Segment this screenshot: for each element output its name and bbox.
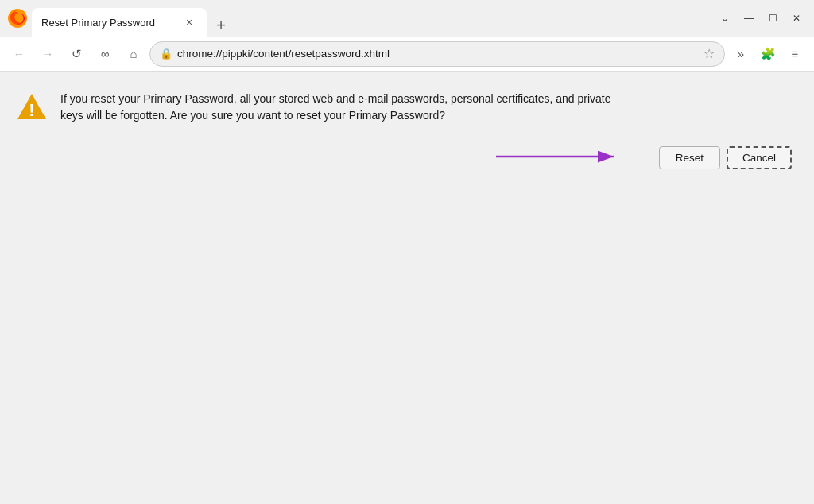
warning-icon: ! (16, 92, 48, 124)
home-button[interactable]: ⌂ (121, 41, 146, 67)
window-controls: ⌄ — ☐ ✕ (714, 7, 808, 29)
svg-text:!: ! (29, 100, 34, 120)
tab-strip: Reset Primary Password × + (32, 0, 714, 37)
menu-button[interactable]: ≡ (782, 41, 808, 67)
reset-button[interactable]: Reset (659, 146, 720, 169)
warning-section: ! If you reset your Primary Password, al… (16, 91, 798, 124)
bookmark-star-icon[interactable]: ☆ (704, 46, 715, 61)
title-bar: Reset Primary Password × + ⌄ — ☐ ✕ (0, 0, 814, 37)
buttons-row: Reset Cancel (16, 146, 798, 169)
page-content: ! If you reset your Primary Password, al… (0, 72, 814, 504)
dropdown-button[interactable]: ⌄ (714, 7, 736, 29)
warning-message: If you reset your Primary Password, all … (60, 91, 617, 124)
address-bar[interactable]: 🔒 ☆ (149, 41, 725, 67)
cancel-button[interactable]: Cancel (727, 146, 792, 169)
toolbar-right: » 🧩 ≡ (728, 41, 808, 67)
forward-button[interactable]: → (35, 41, 60, 67)
tab-title: Reset Primary Password (41, 17, 175, 29)
minimize-button[interactable]: — (738, 7, 760, 29)
arrow-annotation (496, 145, 623, 172)
refresh-button[interactable]: ↺ (64, 41, 89, 67)
address-input[interactable] (177, 48, 699, 60)
back-button[interactable]: ← (6, 41, 32, 67)
page-info-icon: 🔒 (160, 48, 172, 60)
nav-bar: ← → ↺ ∞ ⌂ 🔒 ☆ » 🧩 ≡ (0, 37, 814, 72)
more-tools-button[interactable]: » (728, 41, 754, 67)
active-tab[interactable]: Reset Primary Password × (32, 8, 207, 37)
tab-close-button[interactable]: × (181, 14, 197, 30)
tracking-protection-icon[interactable]: ∞ (92, 41, 118, 67)
firefox-logo-icon (6, 7, 29, 29)
close-button[interactable]: ✕ (785, 7, 808, 29)
extensions-button[interactable]: 🧩 (755, 41, 781, 67)
new-tab-button[interactable]: + (210, 14, 232, 37)
maximize-button[interactable]: ☐ (762, 7, 784, 29)
